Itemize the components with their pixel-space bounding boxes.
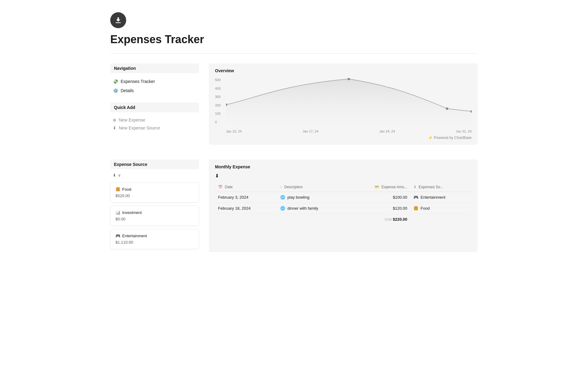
chart-y-labels: 0 100 200 300 400 500 bbox=[215, 78, 224, 124]
chart-canvas bbox=[226, 78, 472, 124]
row1-source-text: Entertainment bbox=[420, 195, 445, 200]
y-label-200: 200 bbox=[215, 103, 224, 107]
investment-icon: 📊 bbox=[115, 210, 120, 215]
row2-desc-icon: 🌐 bbox=[280, 206, 285, 211]
table-row: February 18, 2024 🌐 dinner with family $… bbox=[215, 203, 472, 214]
y-label-100: 100 bbox=[215, 112, 224, 115]
source-card-investment: 📊 Investment $0.00 bbox=[110, 206, 199, 226]
sum-cell: SUM $220.00 bbox=[348, 214, 410, 225]
sum-row: SUM $220.00 bbox=[215, 214, 472, 225]
new-expense-source-button[interactable]: ⬇ New Expense Source bbox=[110, 124, 199, 132]
chevron-down-icon[interactable]: ∨ bbox=[118, 173, 121, 178]
entertainment-name: Entertainment bbox=[122, 234, 147, 238]
x-label-jan31: Jan 31, 24 bbox=[456, 129, 472, 133]
y-label-500: 500 bbox=[215, 78, 224, 82]
row1-source: 🎮 Entertainment bbox=[410, 192, 472, 203]
row1-description: 🌐 play bowling bbox=[277, 192, 348, 203]
col-date: 📅 Date bbox=[215, 182, 277, 192]
bolt-icon: ⚡ bbox=[428, 136, 433, 140]
expense-table: 📅 Date ↕ Description 💳 Expense Amo... bbox=[215, 182, 472, 225]
sum-source-empty bbox=[410, 214, 472, 225]
expense-source-header: Expense Source bbox=[110, 159, 199, 169]
sum-value: $220.00 bbox=[393, 217, 407, 222]
chart-area: 0 100 200 300 400 500 bbox=[215, 78, 472, 133]
y-label-300: 300 bbox=[215, 95, 224, 99]
monthly-expense-panel: Monthly Expense ⬇ 📅 Date ↕ Description bbox=[209, 159, 478, 252]
source-card-entertainment: 🎮 Entertainment $1,110.00 bbox=[110, 229, 199, 249]
table-row: February 3, 2024 🌐 play bowling $100.00 … bbox=[215, 192, 472, 203]
row1-desc-text: play bowling bbox=[288, 195, 310, 200]
col-amount: 💳 Expense Amo... bbox=[348, 182, 410, 192]
monthly-expense-title: Monthly Expense bbox=[215, 164, 472, 169]
header-divider bbox=[110, 53, 478, 54]
new-expense-source-icon: ⬇ bbox=[113, 125, 116, 130]
page-title: Expenses Tracker bbox=[110, 33, 478, 46]
source-controls: ⬇ ∨ bbox=[110, 172, 199, 179]
entertainment-icon: 🎮 bbox=[115, 234, 120, 238]
col-desc-label: Description bbox=[284, 185, 303, 189]
source-card-food-title: 🍔 Food bbox=[115, 187, 194, 192]
navigation-header: Navigation bbox=[110, 63, 199, 73]
sort-icon: ⬇ bbox=[113, 173, 116, 178]
col-amount-label: Expense Amo... bbox=[382, 185, 407, 189]
source-col-icon: ⬇ bbox=[413, 185, 417, 189]
food-amount: $520.00 bbox=[115, 193, 194, 198]
row2-source-text: Food bbox=[420, 206, 430, 211]
row2-source: 🍔 Food bbox=[410, 203, 472, 214]
source-card-investment-title: 📊 Investment bbox=[115, 210, 194, 215]
table-download-icon[interactable]: ⬇ bbox=[215, 173, 219, 178]
new-expense-source-label: New Expense Source bbox=[119, 125, 160, 130]
new-expense-icon: ⊕ bbox=[113, 118, 116, 122]
nav-label-expenses-tracker: Expenses Tracker bbox=[121, 79, 155, 84]
x-label-jan10: Jan 10, 24 bbox=[226, 129, 242, 133]
sidebar-item-details[interactable]: ⚙️ Details bbox=[110, 86, 199, 95]
x-label-jan24: Jan 24, 24 bbox=[379, 129, 395, 133]
overview-panel: Overview 0 100 200 300 400 500 bbox=[209, 63, 478, 145]
quick-add-header: Quick Add bbox=[110, 103, 199, 112]
row2-amount: $120.00 bbox=[348, 203, 410, 214]
x-label-jan17: Jan 17, 24 bbox=[303, 129, 318, 133]
sidebar-item-expenses-tracker[interactable]: 💸 Expenses Tracker bbox=[110, 77, 199, 86]
date-col-icon: 📅 bbox=[218, 185, 223, 189]
entertainment-amount: $1,110.00 bbox=[115, 240, 194, 245]
details-icon: ⚙️ bbox=[113, 88, 118, 93]
col-source-label: Expenses So... bbox=[419, 185, 443, 189]
source-card-entertainment-title: 🎮 Entertainment bbox=[115, 234, 194, 238]
powered-by-label: Powered by ChartBase bbox=[434, 136, 472, 140]
row2-source-icon: 🍔 bbox=[413, 206, 418, 211]
sum-empty bbox=[215, 214, 348, 225]
overview-title: Overview bbox=[215, 68, 472, 73]
food-name: Food bbox=[122, 187, 131, 192]
row2-description: 🌐 dinner with family bbox=[277, 203, 348, 214]
row1-desc-icon: 🌐 bbox=[280, 195, 285, 200]
chart-powered: ⚡ Powered by ChartBase bbox=[215, 136, 472, 140]
investment-name: Investment bbox=[122, 210, 142, 215]
new-expense-button[interactable]: ⊕ New Expense bbox=[110, 116, 199, 124]
table-controls: ⬇ bbox=[215, 173, 472, 179]
chart-dot-mid bbox=[446, 107, 448, 110]
y-label-400: 400 bbox=[215, 87, 224, 90]
desc-col-icon: ↕ bbox=[280, 185, 282, 189]
bottom-grid: Expense Source ⬇ ∨ 🍔 Food $520.00 📊 Inve… bbox=[110, 159, 478, 252]
col-source: ⬇ Expenses So... bbox=[410, 182, 472, 192]
download-icon bbox=[114, 16, 123, 24]
row1-source-icon: 🎮 bbox=[413, 195, 418, 200]
y-label-0: 0 bbox=[215, 120, 224, 124]
row2-date: February 18, 2024 bbox=[215, 203, 277, 214]
row1-amount: $100.00 bbox=[348, 192, 410, 203]
new-expense-label: New Expense bbox=[119, 118, 145, 122]
row2-desc-text: dinner with family bbox=[288, 206, 318, 211]
app-icon bbox=[110, 12, 126, 28]
food-icon: 🍔 bbox=[115, 187, 120, 192]
quick-add-section: Quick Add ⊕ New Expense ⬇ New Expense So… bbox=[110, 103, 199, 132]
row1-date: February 3, 2024 bbox=[215, 192, 277, 203]
col-description: ↕ Description bbox=[277, 182, 348, 192]
top-grid: Navigation 💸 Expenses Tracker ⚙️ Details… bbox=[110, 63, 478, 145]
nav-label-details: Details bbox=[121, 88, 134, 93]
page-container: Expenses Tracker Navigation 💸 Expenses T… bbox=[92, 0, 496, 264]
source-card-food: 🍔 Food $520.00 bbox=[110, 182, 199, 203]
chart-svg bbox=[226, 78, 472, 124]
left-panel: Navigation 💸 Expenses Tracker ⚙️ Details… bbox=[110, 63, 199, 145]
col-date-label: Date bbox=[225, 185, 232, 189]
investment-amount: $0.00 bbox=[115, 217, 194, 221]
